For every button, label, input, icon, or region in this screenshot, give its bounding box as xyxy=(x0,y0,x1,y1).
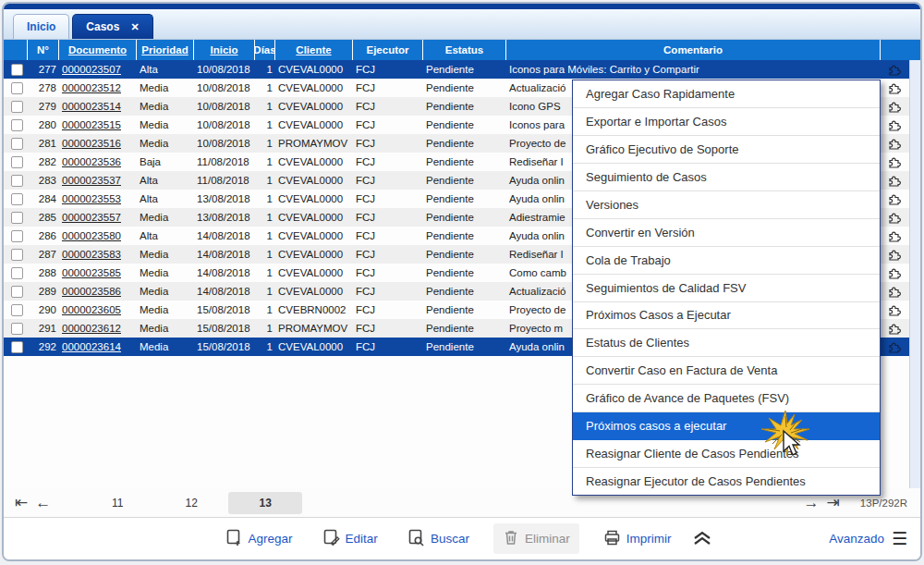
row-checkbox[interactable] xyxy=(4,64,28,76)
document-link[interactable]: 0000023514 xyxy=(59,101,137,112)
row-number: 281 xyxy=(28,138,59,149)
page-list: 111213 xyxy=(80,492,302,514)
document-link[interactable]: 0000023605 xyxy=(59,304,137,315)
header-comentario[interactable]: Comentario xyxy=(506,40,881,60)
header-numero[interactable]: N° xyxy=(28,40,59,60)
agregar-button[interactable]: Agregar xyxy=(225,529,293,549)
puzzle-icon[interactable] xyxy=(881,118,908,132)
puzzle-icon[interactable] xyxy=(881,63,908,77)
row-checkbox[interactable] xyxy=(4,82,28,94)
row-checkbox[interactable] xyxy=(4,304,28,316)
puzzle-icon[interactable] xyxy=(881,303,908,317)
context-menu-item[interactable]: Reasignar Ejecutor de Casos Pendientes xyxy=(573,468,880,495)
document-link[interactable]: 0000023614 xyxy=(59,341,137,352)
close-tab-icon[interactable]: ✕ xyxy=(130,21,139,33)
puzzle-icon[interactable] xyxy=(881,81,908,95)
header-ejecutor[interactable]: Ejecutor xyxy=(353,40,423,60)
next-page-icon[interactable]: → xyxy=(804,495,820,510)
previous-page-icon[interactable]: ← xyxy=(35,495,51,510)
puzzle-icon[interactable] xyxy=(881,174,908,188)
row-checkbox[interactable] xyxy=(4,230,28,242)
row-checkbox[interactable] xyxy=(4,101,28,113)
context-menu-item[interactable]: Seguimientos de Calidad FSV xyxy=(573,275,880,302)
row-priority: Media xyxy=(137,212,194,223)
editar-button[interactable]: Editar xyxy=(322,529,378,549)
header-prioridad[interactable]: Prioridad xyxy=(137,40,194,60)
row-start-date: 13/08/2018 xyxy=(194,193,255,204)
header-estatus[interactable]: Estatus xyxy=(423,40,506,60)
row-priority: Media xyxy=(137,267,194,278)
context-menu-item[interactable]: Próximos casos a ejecutar xyxy=(573,412,880,440)
puzzle-icon[interactable] xyxy=(881,229,908,243)
avanzado-button[interactable]: Avanzado ☰ xyxy=(829,530,907,547)
header-inicio[interactable]: Inicio xyxy=(194,40,255,60)
row-checkbox[interactable] xyxy=(4,156,28,168)
puzzle-icon[interactable] xyxy=(881,137,908,151)
document-link[interactable]: 0000023537 xyxy=(59,175,137,186)
document-link[interactable]: 0000023512 xyxy=(59,82,137,93)
row-checkbox[interactable] xyxy=(4,323,28,335)
table-row[interactable]: 277 0000023507 Alta 10/08/2018 1 CVEVAL0… xyxy=(4,60,920,79)
document-link[interactable]: 0000023507 xyxy=(59,64,137,75)
puzzle-icon[interactable] xyxy=(881,211,908,225)
document-link[interactable]: 0000023516 xyxy=(59,138,137,149)
puzzle-icon[interactable] xyxy=(881,285,908,299)
puzzle-icon[interactable] xyxy=(881,266,908,280)
tab-inicio[interactable]: Inicio xyxy=(13,14,69,39)
puzzle-icon[interactable] xyxy=(881,248,908,262)
vertical-scrollbar[interactable] xyxy=(909,60,920,488)
row-checkbox[interactable] xyxy=(4,341,28,353)
puzzle-icon[interactable] xyxy=(881,192,908,206)
context-menu-item[interactable]: Estatus de Clientes xyxy=(573,329,880,357)
page-button[interactable]: 11 xyxy=(80,492,154,514)
context-menu-item[interactable]: Exportar e Importar Casos xyxy=(573,108,880,136)
context-menu-item[interactable]: Gráfico de Avance de Paquetes (FSV) xyxy=(573,385,880,412)
row-checkbox[interactable] xyxy=(4,212,28,224)
tab-casos[interactable]: Casos ✕ xyxy=(72,14,152,39)
context-menu-item[interactable]: Cola de Trabajo xyxy=(573,247,880,275)
context-menu-item[interactable]: Próximos Casos a Ejecutar xyxy=(573,302,880,330)
row-checkbox[interactable] xyxy=(4,138,28,150)
document-link[interactable]: 0000023583 xyxy=(59,249,137,260)
puzzle-icon[interactable] xyxy=(881,155,908,169)
header-documento[interactable]: Documento xyxy=(59,40,137,60)
page-button[interactable]: 13 xyxy=(228,492,302,514)
row-checkbox[interactable] xyxy=(4,267,28,279)
context-menu-item[interactable]: Seguimiento de Casos xyxy=(573,164,880,191)
context-menu-item[interactable]: Versiones xyxy=(573,191,880,219)
first-page-icon[interactable]: ⇤ xyxy=(15,495,28,510)
imprimir-button[interactable]: Imprimir xyxy=(603,529,672,549)
row-checkbox[interactable] xyxy=(4,286,28,298)
header-dias[interactable]: Días xyxy=(255,40,275,60)
document-link[interactable]: 0000023553 xyxy=(59,193,137,204)
page-button[interactable]: 12 xyxy=(154,492,228,514)
document-link[interactable]: 0000023586 xyxy=(59,286,137,297)
document-link[interactable]: 0000023585 xyxy=(59,267,137,278)
puzzle-icon[interactable] xyxy=(881,340,908,354)
row-checkbox[interactable] xyxy=(4,119,28,131)
eliminar-button[interactable]: Eliminar xyxy=(493,523,579,554)
row-executor: FCJ xyxy=(353,64,423,75)
row-status: Pendiente xyxy=(423,156,506,167)
puzzle-icon[interactable] xyxy=(881,322,908,336)
row-checkbox[interactable] xyxy=(4,175,28,187)
context-menu-item[interactable]: Convertir en Versión xyxy=(573,219,880,247)
document-link[interactable]: 0000023515 xyxy=(59,119,137,130)
document-link[interactable]: 0000023536 xyxy=(59,156,137,167)
context-menu-item[interactable]: Agregar Caso Rapidamente xyxy=(573,80,880,108)
context-menu-item[interactable]: Reasignar Cliente de Casos Pendientes xyxy=(573,440,880,468)
context-menu-item[interactable]: Convertir Caso en Factura de Venta xyxy=(573,357,880,385)
document-link[interactable]: 0000023612 xyxy=(59,323,137,334)
row-checkbox[interactable] xyxy=(4,193,28,205)
row-start-date: 14/08/2018 xyxy=(194,286,255,297)
header-cliente[interactable]: Cliente xyxy=(275,40,353,60)
document-link[interactable]: 0000023557 xyxy=(59,212,137,223)
context-menu-item[interactable]: Gráfico Ejecutivo de Soporte xyxy=(573,136,880,164)
last-page-icon[interactable]: ⇥ xyxy=(827,495,840,510)
collapse-toolbar-icon[interactable] xyxy=(691,529,713,549)
buscar-button[interactable]: Buscar xyxy=(407,529,469,549)
puzzle-icon[interactable] xyxy=(881,100,908,114)
document-link[interactable]: 0000023580 xyxy=(59,230,137,241)
row-days: 1 xyxy=(255,341,275,352)
row-checkbox[interactable] xyxy=(4,249,28,261)
